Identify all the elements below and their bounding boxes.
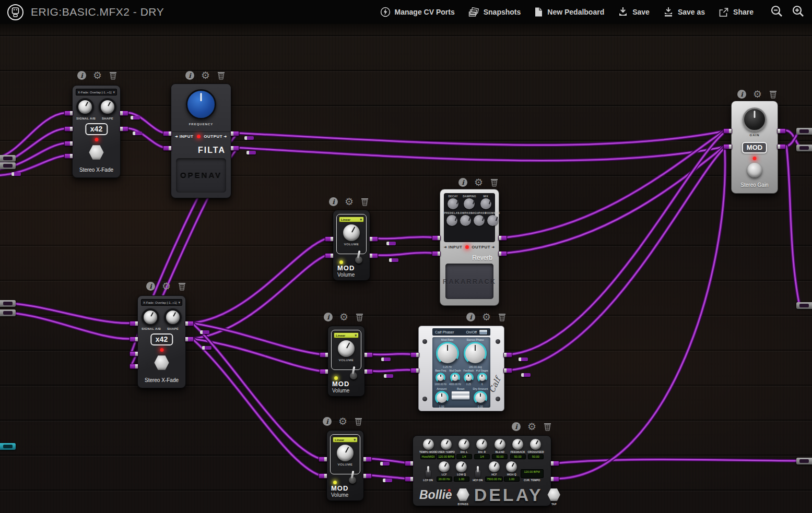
- settings-gear-icon[interactable]: [201, 71, 210, 80]
- footswitch[interactable]: [89, 145, 104, 160]
- output-plug-stub[interactable]: [11, 172, 21, 176]
- audio-output-jack[interactable]: [185, 337, 194, 342]
- settings-gear-icon[interactable]: [93, 71, 102, 80]
- tap-footswitch[interactable]: [547, 488, 561, 502]
- output-plug-stub[interactable]: [383, 479, 392, 482]
- pedalboard-canvas[interactable]: X-Fade: Overlap [-1..+1] SIGNAL A/B SHAP…: [0, 0, 812, 513]
- info-icon[interactable]: [77, 71, 86, 80]
- curve-dropdown[interactable]: Linear: [334, 332, 359, 338]
- footswitch[interactable]: [747, 163, 762, 177]
- bypass-footswitch[interactable]: [456, 488, 470, 502]
- audio-output-jack[interactable]: [369, 253, 378, 258]
- audio-input-jack[interactable]: [405, 476, 414, 482]
- stereo-phase-knob[interactable]: [464, 342, 487, 365]
- audio-input-jack[interactable]: [64, 141, 73, 146]
- patch-cable[interactable]: [238, 131, 725, 145]
- audio-input-jack[interactable]: [410, 352, 419, 357]
- hardware-playback-port[interactable]: [796, 145, 812, 151]
- patch-cable[interactable]: [505, 146, 725, 253]
- plugin-filta[interactable]: FREQUENCY INPUT OUTPUT FILTA OPENAV: [171, 83, 231, 198]
- audio-output-jack[interactable]: [550, 461, 559, 466]
- info-icon[interactable]: [146, 282, 155, 291]
- patch-cable[interactable]: [560, 149, 725, 479]
- output-plug-stub[interactable]: [246, 151, 256, 154]
- plugin-bollie-delay[interactable]: TEMPO MODEHost/MIDI USER TEMPO120.00 BPM…: [413, 435, 551, 506]
- patch-cable[interactable]: [0, 303, 131, 323]
- div-l-knob[interactable]: [458, 439, 469, 450]
- info-icon[interactable]: [324, 313, 333, 321]
- shape-knob[interactable]: [164, 308, 182, 326]
- settings-gear-icon[interactable]: [753, 90, 762, 99]
- footswitch[interactable]: [154, 355, 170, 371]
- mod-rate-knob[interactable]: [436, 342, 459, 365]
- amount-knob[interactable]: [435, 391, 449, 404]
- hcf-knob[interactable]: [489, 461, 500, 472]
- output-plug-stub[interactable]: [389, 258, 398, 262]
- settings-gear-icon[interactable]: [338, 417, 347, 426]
- settings-gear-icon[interactable]: [482, 313, 491, 321]
- audio-input-jack[interactable]: [405, 461, 414, 466]
- audio-output-jack[interactable]: [363, 457, 372, 462]
- audio-output-jack[interactable]: [777, 128, 786, 134]
- volume-knob[interactable]: [343, 224, 360, 241]
- patch-cable[interactable]: [238, 147, 725, 161]
- audio-input-jack[interactable]: [325, 253, 334, 258]
- patch-cable[interactable]: [511, 132, 725, 354]
- feedback-knob[interactable]: [464, 373, 474, 383]
- audio-output-jack[interactable]: [498, 235, 507, 241]
- toggle-switch[interactable]: [349, 476, 356, 484]
- low-q-knob[interactable]: [456, 461, 467, 472]
- gain-knob[interactable]: [743, 108, 767, 132]
- lcf-knob[interactable]: [439, 461, 450, 472]
- save-button[interactable]: Save: [618, 7, 650, 17]
- lcf-on-switch[interactable]: [426, 470, 431, 478]
- signal-ab-knob[interactable]: [76, 98, 94, 116]
- roomsize-knob[interactable]: [487, 215, 498, 226]
- trash-icon[interactable]: [543, 422, 552, 431]
- audio-output-jack[interactable]: [777, 144, 786, 149]
- audio-input-jack[interactable]: [319, 473, 327, 479]
- output-plug-stub[interactable]: [244, 136, 254, 140]
- frequency-knob[interactable]: [186, 89, 216, 120]
- mix-knob[interactable]: [480, 198, 491, 209]
- reset-button[interactable]: [451, 391, 470, 400]
- signal-ab-knob[interactable]: [142, 308, 159, 326]
- audio-output-jack[interactable]: [503, 352, 512, 357]
- info-icon[interactable]: [466, 313, 475, 321]
- crossfeed-knob[interactable]: [530, 439, 541, 450]
- new-pedalboard-button[interactable]: New Pedalboard: [534, 7, 604, 17]
- onoff-switch[interactable]: [479, 329, 488, 335]
- settings-gear-icon[interactable]: [339, 313, 348, 321]
- feedback-knob[interactable]: [512, 439, 523, 450]
- toggle-switch[interactable]: [350, 372, 357, 379]
- mod-logo-icon[interactable]: [7, 4, 23, 20]
- hardware-playback-port[interactable]: [796, 458, 812, 464]
- share-button[interactable]: Share: [719, 7, 754, 17]
- output-plug-stub[interactable]: [380, 462, 390, 466]
- manage-cv-ports-button[interactable]: Manage CV Ports: [380, 7, 455, 17]
- plugin-mod-volume-1[interactable]: Linear VOLUME MOD Volume: [333, 210, 370, 281]
- audio-input-jack[interactable]: [64, 126, 73, 132]
- audio-input-jack[interactable]: [130, 321, 138, 326]
- patch-cable[interactable]: [379, 237, 433, 238]
- audio-input-jack[interactable]: [723, 128, 732, 134]
- plugin-reverb[interactable]: DECAY DAMPING MIX PREDELAY LOWPASS HIGHP…: [440, 189, 499, 306]
- preset-dropdown[interactable]: X-Fade: Overlap [-1..+1]: [141, 299, 182, 306]
- trash-icon[interactable]: [355, 313, 364, 321]
- output-plug-stub[interactable]: [386, 242, 396, 245]
- hardware-playback-port[interactable]: [796, 302, 812, 309]
- hardware-capture-port[interactable]: [0, 155, 16, 162]
- audio-output-jack[interactable]: [363, 473, 372, 479]
- trash-icon[interactable]: [360, 197, 369, 206]
- user-tempo-knob[interactable]: [441, 439, 452, 450]
- patch-cable[interactable]: [560, 459, 799, 463]
- hardware-midi-port[interactable]: [0, 443, 16, 450]
- audio-output-jack[interactable]: [503, 368, 512, 373]
- audio-input-jack[interactable]: [130, 364, 138, 369]
- audio-input-jack[interactable]: [130, 337, 138, 342]
- audio-input-jack[interactable]: [64, 153, 73, 159]
- settings-gear-icon[interactable]: [527, 422, 536, 431]
- trash-icon[interactable]: [769, 90, 778, 99]
- audio-output-jack[interactable]: [369, 236, 378, 242]
- audio-input-jack[interactable]: [410, 368, 419, 373]
